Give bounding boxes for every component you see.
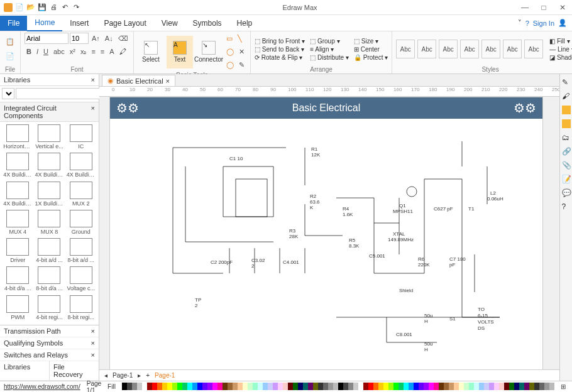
page-prev-icon[interactable]: ◂ bbox=[104, 372, 107, 379]
fill-color-icon[interactable] bbox=[562, 106, 571, 114]
library-shape[interactable]: Ground bbox=[66, 210, 96, 237]
eyedropper-icon[interactable]: ✎ bbox=[562, 78, 571, 87]
shrink-font-button[interactable]: A↓ bbox=[103, 33, 115, 45]
font-size-input[interactable] bbox=[70, 33, 89, 44]
library-shape[interactable]: 4X Buildin... bbox=[66, 153, 96, 180]
page-next-icon[interactable]: ▸ bbox=[138, 372, 141, 379]
bring-front-button[interactable]: ⬚ Bring to Front ▾ bbox=[255, 38, 305, 45]
strike-button[interactable]: abc bbox=[52, 46, 67, 58]
library-shape[interactable]: 4-bit d/a ... bbox=[3, 266, 33, 293]
tab-symbols[interactable]: Symbols bbox=[185, 16, 229, 31]
clear-format-button[interactable]: ⌫ bbox=[116, 33, 130, 45]
save-icon[interactable]: 💾 bbox=[38, 3, 47, 12]
close-button[interactable]: ✕ bbox=[553, 0, 572, 15]
line-color-icon[interactable] bbox=[562, 119, 571, 128]
undo-icon[interactable]: ↶ bbox=[60, 3, 69, 12]
library-shape[interactable]: 8-bit d/a ... bbox=[34, 266, 64, 293]
library-shape[interactable]: 4X Buildin... bbox=[3, 153, 33, 180]
paste-button[interactable]: 📋 bbox=[4, 36, 16, 48]
library-shape[interactable]: Horizonta... bbox=[3, 124, 33, 151]
align-button[interactable]: ≡ Align ▾ bbox=[310, 46, 349, 53]
library-shape[interactable]: MUX 2 bbox=[66, 182, 96, 209]
tab-help[interactable]: Help bbox=[229, 16, 260, 31]
tab-file[interactable]: File bbox=[0, 16, 27, 31]
super-button[interactable]: x² bbox=[68, 46, 77, 58]
align-left-button[interactable]: ≡ bbox=[99, 46, 106, 58]
help-icon[interactable]: ? bbox=[525, 19, 529, 27]
category-ic[interactable]: Integrated Circuit Components bbox=[4, 104, 91, 119]
color-swatches[interactable] bbox=[122, 383, 554, 391]
open-icon[interactable]: 📂 bbox=[26, 3, 35, 12]
font-color-button[interactable]: A bbox=[107, 46, 116, 58]
tab-home[interactable]: Home bbox=[27, 15, 62, 31]
style-preset-2[interactable]: Abc bbox=[417, 40, 436, 58]
layers-icon[interactable]: 🗂 bbox=[562, 133, 571, 142]
format-painter-icon[interactable]: 🖌 bbox=[562, 92, 571, 101]
grow-font-button[interactable]: A↑ bbox=[90, 33, 102, 45]
document-tab[interactable]: ◉ Basic Electrical × bbox=[102, 75, 175, 86]
page-add-icon[interactable]: + bbox=[146, 372, 150, 379]
minimize-button[interactable]: — bbox=[515, 0, 534, 15]
size-button[interactable]: ⬚ Size ▾ bbox=[354, 38, 388, 45]
font-name-input[interactable] bbox=[25, 33, 69, 44]
fit-width-icon[interactable]: ⊞ bbox=[561, 383, 566, 390]
style-preset-6[interactable]: Abc bbox=[503, 40, 522, 58]
page-tab-1b[interactable]: Page-1 bbox=[155, 372, 175, 379]
category-switches[interactable]: Switches and Relays× bbox=[0, 349, 99, 361]
style-preset-5[interactable]: Abc bbox=[481, 40, 500, 58]
attach-icon[interactable]: 📎 bbox=[562, 161, 571, 170]
library-shape[interactable]: Voltage c... bbox=[66, 266, 96, 293]
libraries-close-icon[interactable]: × bbox=[91, 76, 95, 84]
library-shape[interactable]: 4X Buildin... bbox=[34, 153, 64, 180]
status-url[interactable]: https://www.edrawsoft.com/ bbox=[4, 383, 80, 390]
center-button[interactable]: ⊞ Center bbox=[354, 46, 388, 53]
circle-shape-button[interactable]: ◯ bbox=[224, 46, 236, 58]
style-preset-7[interactable]: Abc bbox=[524, 40, 543, 58]
send-back-button[interactable]: ⬚ Send to Back ▾ bbox=[255, 46, 305, 53]
text-tool[interactable]: AText bbox=[167, 36, 193, 68]
maximize-button[interactable]: □ bbox=[534, 0, 553, 15]
style-preset-1[interactable]: Abc bbox=[396, 40, 415, 58]
line-button[interactable]: — Line ▾ bbox=[549, 46, 572, 53]
cross-shape-button[interactable]: ✕ bbox=[237, 46, 246, 58]
library-shape[interactable]: 8-bit a/d ... bbox=[66, 238, 96, 265]
note-icon[interactable]: 📝 bbox=[562, 175, 571, 183]
redo-icon[interactable]: ↷ bbox=[72, 3, 80, 12]
tab-insert[interactable]: Insert bbox=[62, 16, 96, 31]
bullets-button[interactable]: ≡ bbox=[89, 46, 97, 58]
pencil-button[interactable]: ✎ bbox=[237, 59, 246, 71]
category-transmission[interactable]: Transmission Path× bbox=[0, 325, 99, 337]
rotate-flip-button[interactable]: ⟳ Rotate & Flip ▾ bbox=[255, 54, 305, 61]
category-close-icon[interactable]: × bbox=[91, 104, 95, 119]
library-shape[interactable]: PWM bbox=[3, 295, 33, 322]
bold-button[interactable]: B bbox=[25, 46, 33, 58]
library-shape[interactable]: MUX 8 bbox=[34, 210, 64, 237]
library-search-input[interactable] bbox=[16, 88, 104, 99]
library-picker[interactable] bbox=[2, 88, 14, 99]
highlight-button[interactable]: 🖍 bbox=[118, 46, 128, 58]
oval-shape-button[interactable]: ◯ bbox=[224, 59, 236, 71]
category-qualifying[interactable]: Qualifying Symbols× bbox=[0, 337, 99, 349]
library-shape[interactable]: 1X Buildin... bbox=[34, 182, 64, 209]
shadow-button[interactable]: ◪ Shadow ▾ bbox=[549, 54, 572, 61]
collapse-ribbon-icon[interactable]: ˅ bbox=[518, 19, 522, 27]
library-shape[interactable]: Driver bbox=[3, 238, 33, 265]
fill-button[interactable]: ◧ Fill ▾ bbox=[549, 38, 572, 45]
style-preset-3[interactable]: Abc bbox=[439, 40, 458, 58]
user-icon[interactable]: 👤 bbox=[558, 19, 567, 27]
library-shape[interactable]: 8-bit regi... bbox=[66, 295, 96, 322]
signin-link[interactable]: Sign In bbox=[533, 19, 554, 27]
comment-icon[interactable]: 💬 bbox=[562, 188, 571, 197]
copy-button[interactable]: 📄 bbox=[4, 50, 16, 62]
italic-button[interactable]: I bbox=[35, 46, 40, 58]
new-icon[interactable]: 📄 bbox=[15, 3, 24, 12]
library-shape[interactable]: 4-bit regi... bbox=[34, 295, 64, 322]
print-icon[interactable]: 🖨 bbox=[49, 3, 58, 12]
rect-shape-button[interactable]: ▭ bbox=[224, 33, 234, 45]
tab-page-layout[interactable]: Page Layout bbox=[96, 16, 153, 31]
sidebar-tab-libraries[interactable]: Libraries bbox=[0, 361, 50, 380]
library-shape[interactable]: Vertical e... bbox=[34, 124, 64, 151]
tab-view[interactable]: View bbox=[154, 16, 185, 31]
drawing-canvas[interactable]: ⚙⚙ Basic Electrical ⚙⚙ bbox=[109, 97, 543, 369]
sub-button[interactable]: x₂ bbox=[79, 46, 89, 58]
